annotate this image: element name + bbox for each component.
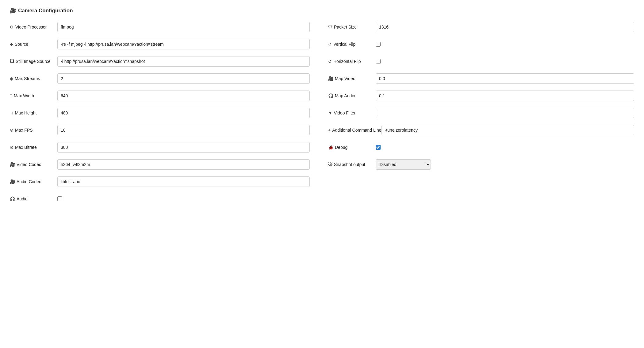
field-row-max-fps: ⊙ Max FPS (10, 124, 310, 136)
field-row-audio-codec: 🎥 Audio Codec (10, 176, 310, 188)
packet-size-input[interactable] (376, 22, 634, 32)
field-row-debug: 🐞 Debug (328, 141, 634, 153)
field-row-max-bitrate: ⊙ Max Bitrate (10, 141, 310, 153)
horizontal-flip-checkbox[interactable] (376, 59, 381, 64)
left-column: ⚙ Video Processor ◆ Source 🖼 Still Image… (10, 21, 322, 210)
source-label: ◆ Source (10, 42, 57, 47)
clock-icon: ⊙ (10, 128, 13, 133)
horizontal-flip-label: ↺ Horizontal Flip (328, 59, 376, 64)
plus-icon: + (328, 128, 331, 133)
still-image-source-label: 🖼 Still Image Source (10, 59, 57, 64)
video-processor-label: ⚙ Video Processor (10, 25, 57, 29)
max-width-label: T Max Width (10, 93, 57, 98)
debug-label: 🐞 Debug (328, 145, 376, 150)
audio-checkbox[interactable] (57, 196, 62, 201)
vertical-flip-label: ↺ Vertical Flip (328, 42, 376, 47)
max-height-input[interactable] (57, 108, 310, 118)
field-row-video-filter: ▼ Video Filter (328, 107, 634, 119)
audio-codec-input[interactable] (57, 176, 310, 187)
field-row-still-image-source: 🖼 Still Image Source (10, 56, 310, 67)
additional-command-line-label: + Additional Command Line (328, 128, 381, 133)
debug-checkbox[interactable] (376, 145, 381, 150)
video-codec-input[interactable] (57, 159, 310, 170)
max-bitrate-input[interactable] (57, 142, 310, 153)
field-row-audio: 🎧 Audio (10, 193, 310, 205)
field-row-snapshot-output: 🖼 Snapshot output Disabled Enabled (328, 159, 634, 170)
audio-codec-icon: 🎥 (10, 179, 15, 184)
shield-icon: 🛡 (328, 25, 332, 29)
max-bitrate-label: ⊙ Max Bitrate (10, 145, 57, 150)
video-codec-icon: 🎥 (10, 162, 15, 167)
audio-icon: 🎧 (10, 196, 15, 201)
still-image-source-input[interactable] (57, 56, 310, 67)
snapshot-output-label: 🖼 Snapshot output (328, 162, 376, 167)
video-filter-label: ▼ Video Filter (328, 110, 376, 115)
map-audio-input[interactable] (376, 91, 634, 101)
snapshot-output-select[interactable]: Disabled Enabled (376, 159, 431, 170)
map-audio-icon: 🎧 (328, 93, 333, 98)
field-row-max-streams: ◆ Max Streams (10, 73, 310, 84)
camera-icon: 🎥 (10, 7, 16, 14)
field-row-video-codec: 🎥 Video Codec (10, 159, 310, 170)
drop2-icon: ◆ (10, 76, 13, 81)
max-fps-input[interactable] (57, 125, 310, 135)
video-filter-input[interactable] (376, 108, 634, 118)
map-video-input[interactable] (376, 73, 634, 84)
text-height-icon: TI (10, 111, 13, 115)
audio-codec-label: 🎥 Audio Codec (10, 179, 57, 184)
max-fps-label: ⊙ Max FPS (10, 128, 57, 133)
snapshot-icon: 🖼 (328, 162, 332, 167)
image-icon: 🖼 (10, 59, 14, 64)
drop-icon: ◆ (10, 42, 13, 47)
field-row-max-height: TI Max Height (10, 107, 310, 119)
source-input[interactable] (57, 39, 310, 49)
vertical-flip-checkbox[interactable] (376, 42, 381, 47)
filter-icon: ▼ (328, 110, 332, 115)
bug-icon: 🐞 (328, 145, 333, 150)
field-row-map-audio: 🎧 Map Audio (328, 90, 634, 102)
map-audio-label: 🎧 Map Audio (328, 93, 376, 98)
packet-size-label: 🛡 Packet Size (328, 25, 376, 29)
field-row-packet-size: 🛡 Packet Size (328, 21, 634, 33)
field-row-additional-command-line: + Additional Command Line (328, 124, 634, 136)
right-column: 🛡 Packet Size ↺ Vertical Flip ↺ Horizont… (322, 21, 634, 210)
field-row-video-processor: ⚙ Video Processor (10, 21, 310, 33)
additional-command-line-input[interactable] (381, 125, 634, 135)
video-codec-label: 🎥 Video Codec (10, 162, 57, 167)
video-processor-input[interactable] (57, 22, 310, 32)
max-width-input[interactable] (57, 91, 310, 101)
text-width-icon: T (10, 94, 12, 98)
max-streams-input[interactable] (57, 73, 310, 84)
audio-label: 🎧 Audio (10, 196, 57, 201)
max-height-label: TI Max Height (10, 110, 57, 115)
gear-icon: ⚙ (10, 25, 14, 29)
field-row-max-width: T Max Width (10, 90, 310, 102)
clock2-icon: ⊙ (10, 145, 13, 150)
field-row-horizontal-flip: ↺ Horizontal Flip (328, 56, 634, 67)
map-video-label: 🎥 Map Video (328, 76, 376, 81)
field-row-map-video: 🎥 Map Video (328, 73, 634, 84)
field-row-source: ◆ Source (10, 38, 310, 50)
map-video-icon: 🎥 (328, 76, 333, 81)
page-title: 🎥 Camera Configuration (10, 7, 634, 14)
vertical-flip-icon: ↺ (328, 42, 332, 47)
max-streams-label: ◆ Max Streams (10, 76, 57, 81)
horizontal-flip-icon: ↺ (328, 59, 332, 64)
field-row-vertical-flip: ↺ Vertical Flip (328, 38, 634, 50)
